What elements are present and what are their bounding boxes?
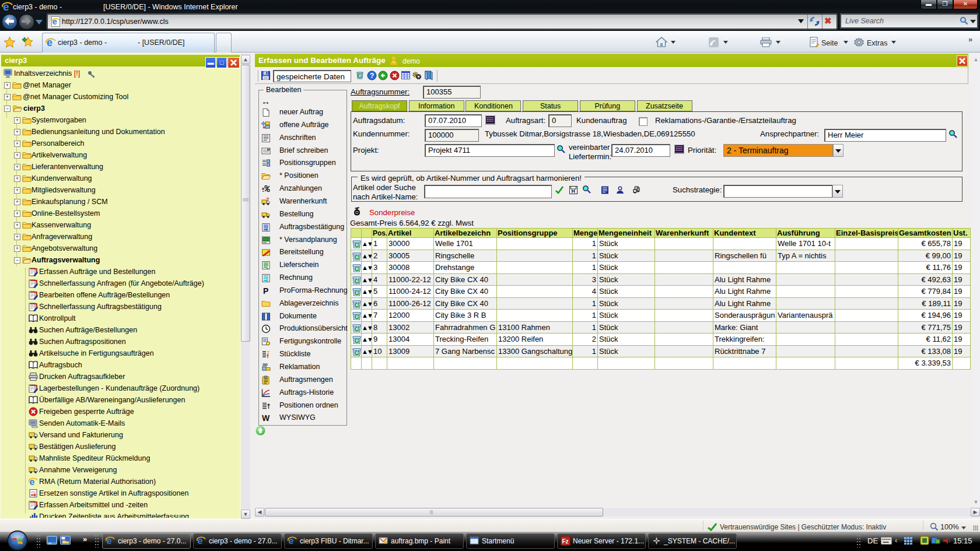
svg-text:?: ? [266, 197, 270, 202]
svg-text:P: P [263, 286, 268, 296]
svg-text:W: W [262, 413, 270, 423]
svg-text:Fz: Fz [562, 538, 569, 545]
svg-text:?: ? [370, 72, 374, 80]
svg-text:H: H [572, 188, 576, 194]
